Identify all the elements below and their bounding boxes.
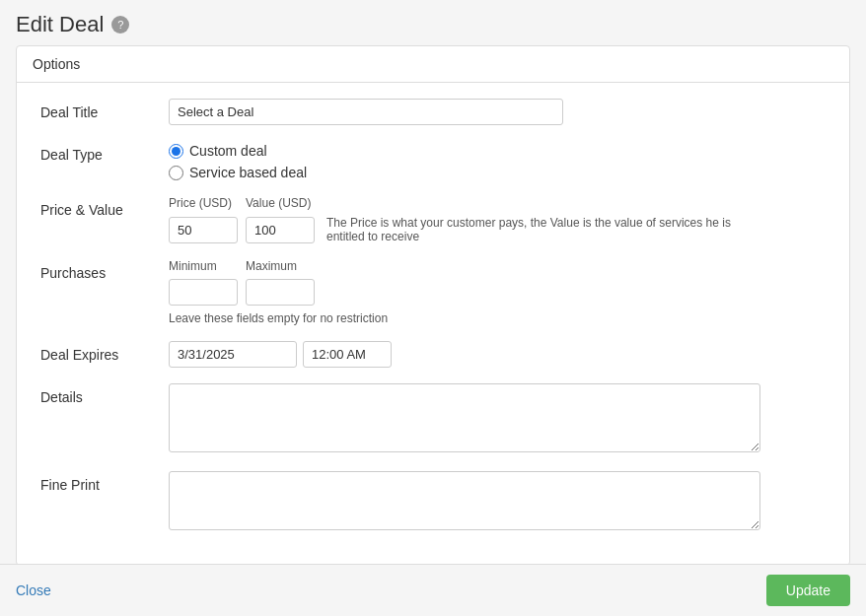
deal-title-input[interactable] [169, 99, 563, 125]
custom-deal-radio[interactable] [169, 144, 183, 159]
update-button[interactable]: Update [766, 575, 850, 606]
service-deal-radio[interactable] [169, 166, 183, 180]
footer: Close Update [0, 564, 866, 616]
service-deal-option[interactable]: Service based deal [169, 165, 826, 180]
price-value-inputs: The Price is what your customer pays, th… [169, 216, 826, 243]
min-purchases-input[interactable] [169, 279, 238, 306]
fineprint-field [169, 471, 826, 533]
deal-expires-field [169, 341, 826, 368]
deal-expires-row: Deal Expires [40, 341, 826, 368]
fineprint-label: Fine Print [40, 471, 169, 493]
details-label: Details [40, 383, 169, 405]
page-title: Edit Deal [16, 12, 104, 37]
purchases-field: Minimum Maximum Leave these fields empty… [169, 259, 826, 325]
custom-deal-option[interactable]: Custom deal [169, 143, 826, 159]
expires-date-input[interactable] [169, 341, 297, 368]
min-sub-label: Minimum [169, 259, 238, 273]
fineprint-row: Fine Print [40, 471, 826, 533]
min-max-labels: Minimum Maximum [169, 259, 826, 273]
price-value-field: Price (USD) Value (USD) The Price is wha… [169, 196, 826, 243]
price-input[interactable] [169, 217, 238, 243]
custom-deal-label: Custom deal [189, 143, 267, 159]
price-value-label: Price & Value [40, 196, 169, 218]
purchases-label: Purchases [40, 259, 169, 281]
price-sub-label: Price (USD) [169, 196, 238, 210]
price-value-row: Price & Value Price (USD) Value (USD) Th… [40, 196, 826, 243]
value-input[interactable] [246, 217, 315, 243]
max-purchases-input[interactable] [246, 279, 315, 306]
value-sub-label: Value (USD) [246, 196, 315, 210]
help-icon[interactable]: ? [111, 16, 129, 34]
deal-title-label: Deal Title [40, 99, 169, 120]
fineprint-textarea[interactable] [169, 471, 760, 530]
details-field [169, 383, 826, 455]
deal-type-label: Deal Type [40, 141, 169, 163]
close-button[interactable]: Close [16, 582, 51, 598]
service-deal-label: Service based deal [189, 165, 307, 180]
expires-time-input[interactable] [303, 341, 392, 368]
details-textarea[interactable] [169, 383, 760, 452]
deal-type-row: Deal Type Custom deal Service based deal [40, 141, 826, 180]
deal-expires-label: Deal Expires [40, 341, 169, 363]
price-value-labels: Price (USD) Value (USD) [169, 196, 826, 210]
deal-title-row: Deal Title [40, 99, 826, 125]
min-max-inputs [169, 279, 826, 306]
deal-title-field [169, 99, 826, 125]
options-tab: Options [17, 46, 849, 83]
page-header: Edit Deal ? [0, 0, 866, 45]
details-row: Details [40, 383, 826, 455]
form-body: Deal Title Deal Type Custom deal Service… [17, 83, 849, 565]
main-card: Options Deal Title Deal Type Custom deal… [16, 45, 850, 566]
deal-type-field: Custom deal Service based deal [169, 141, 826, 180]
options-tab-label: Options [33, 56, 80, 72]
purchases-row: Purchases Minimum Maximum Leave these fi… [40, 259, 826, 325]
price-hint: The Price is what your customer pays, th… [326, 216, 760, 243]
purchases-hint: Leave these fields empty for no restrict… [169, 311, 826, 325]
max-sub-label: Maximum [246, 259, 315, 273]
